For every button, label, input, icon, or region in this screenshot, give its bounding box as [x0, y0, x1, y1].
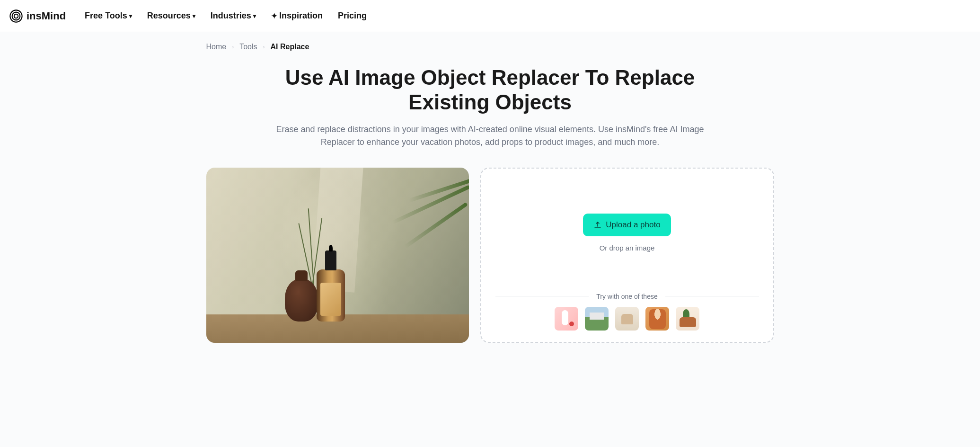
- brand-name: insMind: [26, 10, 66, 22]
- nav-label: Inspiration: [279, 11, 323, 21]
- site-header: insMind Free Tools ▾ Resources ▾ Industr…: [0, 0, 980, 32]
- upload-button[interactable]: Upload a photo: [583, 214, 671, 236]
- page-subtitle: Erase and replace distractions in your i…: [258, 123, 722, 149]
- try-label: Try with one of these: [596, 293, 657, 300]
- divider: [495, 296, 589, 296]
- sample-portrait[interactable]: [645, 307, 669, 331]
- nav-industries[interactable]: Industries ▾: [211, 11, 256, 21]
- sample-thumbnails: [495, 307, 759, 331]
- sample-cosmetic[interactable]: [555, 307, 578, 331]
- nav-resources[interactable]: Resources ▾: [147, 11, 195, 21]
- nav-label: Resources: [147, 11, 191, 21]
- breadcrumb-home[interactable]: Home: [206, 43, 227, 51]
- upload-dropzone[interactable]: Upload a photo Or drop an image Try with…: [480, 168, 774, 343]
- sparkle-icon: ✦: [271, 11, 277, 20]
- svg-point-2: [14, 14, 18, 18]
- breadcrumb-tools[interactable]: Tools: [239, 43, 257, 51]
- sample-handbag[interactable]: [615, 307, 639, 331]
- upload-icon: [593, 221, 602, 229]
- svg-point-1: [12, 12, 20, 20]
- divider: [665, 296, 759, 296]
- sample-interior[interactable]: [676, 307, 699, 331]
- nav-label: Free Tools: [85, 11, 127, 21]
- main-nav: Free Tools ▾ Resources ▾ Industries ▾ ✦ …: [85, 11, 367, 21]
- sample-house[interactable]: [585, 307, 609, 331]
- nav-label: Industries: [211, 11, 251, 21]
- chevron-right-icon: ›: [232, 44, 234, 50]
- breadcrumb: Home › Tools › AI Replace: [206, 43, 774, 51]
- drop-hint: Or drop an image: [600, 244, 655, 252]
- chevron-down-icon: ▾: [193, 13, 195, 19]
- nav-label: Pricing: [338, 11, 367, 21]
- nav-pricing[interactable]: Pricing: [338, 11, 367, 21]
- chevron-down-icon: ▾: [129, 13, 132, 19]
- chevron-down-icon: ▾: [253, 13, 256, 19]
- logo-icon: [9, 9, 23, 23]
- preview-image: [206, 168, 469, 343]
- nav-inspiration[interactable]: ✦ Inspiration: [271, 11, 323, 21]
- breadcrumb-current: AI Replace: [271, 43, 309, 51]
- chevron-right-icon: ›: [263, 44, 265, 50]
- brand-logo[interactable]: insMind: [9, 9, 66, 23]
- upload-button-label: Upload a photo: [606, 220, 660, 230]
- page-title: Use AI Image Object Replacer To Replace …: [277, 65, 703, 115]
- nav-free-tools[interactable]: Free Tools ▾: [85, 11, 132, 21]
